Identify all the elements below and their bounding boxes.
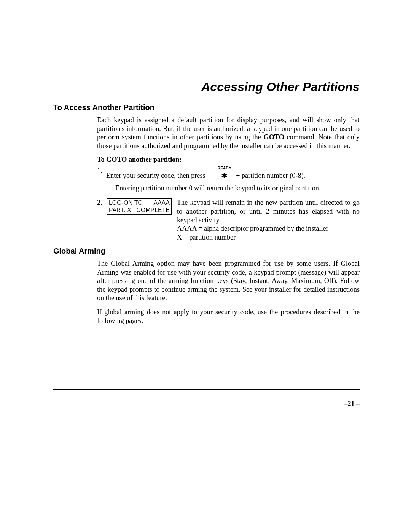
- title-rule: [53, 96, 360, 96]
- lcd-row-1: LOG-ON TO AAAA: [107, 199, 171, 206]
- section-heading-global-arming: Global Arming: [53, 247, 360, 256]
- step2-aaaa: AAAA = alpha descriptor programmed by th…: [177, 224, 360, 233]
- footer-rule-bottom: [53, 391, 360, 391]
- section-heading-access: To Access Another Partition: [53, 103, 360, 112]
- footer-rule: [53, 389, 360, 391]
- goto-subheading: To GOTO another partition:: [97, 155, 360, 164]
- step-2-text: The keypad will remain in the new partit…: [177, 198, 360, 241]
- section2-para2: If global arming does not apply to your …: [97, 308, 360, 325]
- step-1-trail: + partition number (0-8).: [236, 171, 305, 180]
- ready-key: READY ✱: [218, 166, 232, 180]
- step-1: 1. Enter your security code, then press …: [97, 166, 360, 196]
- step-1-number: 1.: [97, 166, 106, 175]
- step-1-line: Enter your security code, then press REA…: [106, 166, 360, 180]
- step-1-content: Enter your security code, then press REA…: [106, 166, 360, 196]
- lcd-r1a: LOG-ON TO: [109, 200, 143, 206]
- lcd-row-2: PART. X COMPLETE: [107, 206, 171, 214]
- lcd-r2a: PART. X: [109, 207, 131, 214]
- step2-para: The keypad will remain in the new partit…: [177, 198, 360, 224]
- section1-body: Each keypad is assigned a default partit…: [97, 116, 360, 241]
- section2-body: The Global Arming option may have been p…: [97, 259, 360, 325]
- ready-key-label: READY: [218, 166, 232, 170]
- page-number: –21 –: [344, 400, 360, 408]
- lcd-r2b: COMPLETE: [137, 207, 170, 214]
- page-title: Accessing Other Partitions: [53, 80, 360, 94]
- goto-keyword: GOTO: [264, 133, 284, 141]
- document-page: Accessing Other Partitions To Access Ano…: [0, 0, 411, 532]
- section2-para1: The Global Arming option may have been p…: [97, 259, 360, 302]
- step-2-number: 2.: [97, 198, 106, 207]
- step-2: 2. LOG-ON TO AAAA PART. X COMPLETE: [97, 198, 360, 241]
- step-2-content: LOG-ON TO AAAA PART. X COMPLETE The keyp…: [106, 198, 360, 241]
- lcd-display: LOG-ON TO AAAA PART. X COMPLETE: [107, 198, 172, 214]
- step-1-lead: Enter your security code, then press: [106, 171, 206, 180]
- lcd-r1b: AAAA: [154, 200, 170, 206]
- lcd-display-wrap: LOG-ON TO AAAA PART. X COMPLETE: [106, 198, 172, 214]
- step2-x: X = partition number: [177, 233, 360, 242]
- footer-rule-top: [53, 389, 360, 390]
- goto-steps: 1. Enter your security code, then press …: [97, 166, 360, 241]
- section1-para1: Each keypad is assigned a default partit…: [97, 116, 360, 150]
- step-1-note: Entering partition number 0 will return …: [115, 184, 360, 193]
- star-key-icon: ✱: [220, 171, 229, 180]
